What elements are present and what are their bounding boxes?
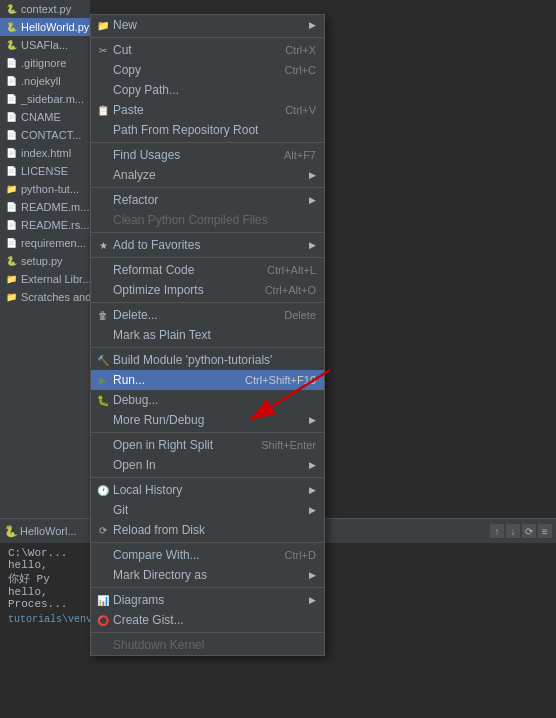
sidebar-item-python-tut[interactable]: 📁 python-tut... [0, 180, 90, 198]
menu-item-reformat[interactable]: Reformat Code Ctrl+Alt+L [91, 260, 324, 280]
diagrams-icon: 📊 [95, 592, 111, 608]
txt-file-icon: 📄 [4, 74, 18, 88]
txt-file-icon: 📄 [4, 164, 18, 178]
cut-icon: ✂ [95, 42, 111, 58]
sidebar-item-cname[interactable]: 📄 CNAME [0, 108, 90, 126]
menu-item-shutdown-kernel-label: Shutdown Kernel [113, 638, 204, 652]
menu-item-git[interactable]: Git [91, 500, 324, 520]
menu-item-delete[interactable]: 🗑 Delete... Delete [91, 305, 324, 325]
sidebar-item-license[interactable]: 📄 LICENSE [0, 162, 90, 180]
split-icon [95, 437, 111, 453]
folder-icon: 📁 [4, 290, 18, 304]
menu-item-copy-label: Copy [113, 63, 141, 77]
paste-icon: 📋 [95, 102, 111, 118]
menu-button[interactable]: ≡ [538, 524, 552, 538]
menu-item-refactor[interactable]: Refactor [91, 190, 324, 210]
run-icon: ▶ [95, 372, 111, 388]
terminal-icon: 🐍 [4, 525, 18, 538]
txt-file-icon: 📄 [4, 218, 18, 232]
menu-item-mark-plain[interactable]: Mark as Plain Text [91, 325, 324, 345]
folder-icon: 📁 [4, 182, 18, 196]
menu-separator [91, 587, 324, 588]
sidebar-item-usafla-py[interactable]: 🐍 USAFla... [0, 36, 90, 54]
sidebar-item-requirements[interactable]: 📄 requiremen... [0, 234, 90, 252]
txt-file-icon: 📄 [4, 128, 18, 142]
svg-line-1 [250, 370, 330, 420]
find-usages-shortcut: Alt+F7 [284, 149, 316, 161]
reload-icon: ⟳ [95, 522, 111, 538]
red-arrow-indicator [230, 360, 350, 440]
menu-item-find-usages[interactable]: Find Usages Alt+F7 [91, 145, 324, 165]
menu-item-open-right-split-label: Open in Right Split [113, 438, 213, 452]
sidebar-item-helloworld-py[interactable]: 🐍 HelloWorld.py [0, 18, 90, 36]
cut-shortcut: Ctrl+X [285, 44, 316, 56]
menu-item-run-label: Run... [113, 373, 145, 387]
sidebar-item-index-html[interactable]: 📄 index.html [0, 144, 90, 162]
menu-item-refactor-label: Refactor [113, 193, 158, 207]
git-icon [95, 502, 111, 518]
sidebar-item-context-py[interactable]: 🐍 context.py [0, 0, 90, 18]
menu-item-compare-with[interactable]: Compare With... Ctrl+D [91, 545, 324, 565]
sidebar-item-sidebar-md[interactable]: 📄 _sidebar.m... [0, 90, 90, 108]
menu-item-shutdown-kernel[interactable]: Shutdown Kernel [91, 635, 324, 655]
menu-separator [91, 347, 324, 348]
python-file-icon: 🐍 [4, 38, 18, 52]
menu-item-analyze[interactable]: Analyze [91, 165, 324, 185]
menu-item-clean-compiled[interactable]: Clean Python Compiled Files [91, 210, 324, 230]
context-menu: 📁 New ✂ Cut Ctrl+X Copy Ctrl+C Copy Path… [90, 14, 325, 656]
menu-item-copy-path[interactable]: Copy Path... [91, 80, 324, 100]
new-icon: 📁 [95, 17, 111, 33]
sidebar-item-contact[interactable]: 📄 CONTACT... [0, 126, 90, 144]
menu-item-copy[interactable]: Copy Ctrl+C [91, 60, 324, 80]
html-file-icon: 📄 [4, 146, 18, 160]
menu-item-open-in[interactable]: Open In [91, 455, 324, 475]
sidebar-item-setup-py[interactable]: 🐍 setup.py [0, 252, 90, 270]
sidebar-item-scratches[interactable]: 📁 Scratches and ... [0, 288, 90, 306]
txt-file-icon: 📄 [4, 92, 18, 106]
menu-item-reload-from-disk[interactable]: ⟳ Reload from Disk [91, 520, 324, 540]
menu-item-new[interactable]: 📁 New [91, 15, 324, 35]
menu-item-mark-plain-label: Mark as Plain Text [113, 328, 211, 342]
menu-separator [91, 37, 324, 38]
sidebar-item-readme-md[interactable]: 📄 README.m... [0, 198, 90, 216]
menu-item-create-gist[interactable]: ⭕ Create Gist... [91, 610, 324, 630]
sidebar-item-gitignore[interactable]: 📄 .gitignore [0, 54, 90, 72]
delete-shortcut: Delete [284, 309, 316, 321]
optimize-shortcut: Ctrl+Alt+O [265, 284, 316, 296]
menu-item-paste-label: Paste [113, 103, 144, 117]
find-icon [95, 147, 111, 163]
txt-file-icon: 📄 [4, 200, 18, 214]
menu-item-local-history[interactable]: 🕐 Local History [91, 480, 324, 500]
txt-file-icon: 📄 [4, 236, 18, 250]
menu-item-add-favorites[interactable]: ★ Add to Favorites [91, 235, 324, 255]
menu-item-clean-compiled-label: Clean Python Compiled Files [113, 213, 268, 227]
sidebar-item-external-lib[interactable]: 📁 External Libr... [0, 270, 90, 288]
menu-item-copy-path-label: Copy Path... [113, 83, 179, 97]
menu-item-new-label: New [113, 18, 137, 32]
copy-icon [95, 62, 111, 78]
scroll-down-button[interactable]: ↓ [506, 524, 520, 538]
menu-item-paste[interactable]: 📋 Paste Ctrl+V [91, 100, 324, 120]
menu-separator [91, 257, 324, 258]
scroll-up-button[interactable]: ↑ [490, 524, 504, 538]
menu-item-cut[interactable]: ✂ Cut Ctrl+X [91, 40, 324, 60]
python-file-icon: 🐍 [4, 2, 18, 16]
sidebar-item-readme-rst[interactable]: 📄 README.rs... [0, 216, 90, 234]
menu-item-add-favorites-label: Add to Favorites [113, 238, 200, 252]
optimize-icon [95, 282, 111, 298]
menu-item-open-in-label: Open In [113, 458, 156, 472]
sidebar-item-nojekyll[interactable]: 📄 .nojekyll [0, 72, 90, 90]
refresh-button[interactable]: ⟳ [522, 524, 536, 538]
menu-item-mark-directory[interactable]: Mark Directory as [91, 565, 324, 585]
menu-item-more-run-debug-label: More Run/Debug [113, 413, 204, 427]
menu-separator [91, 632, 324, 633]
build-icon: 🔨 [95, 352, 111, 368]
menu-item-debug-label: Debug... [113, 393, 158, 407]
menu-item-path-repo[interactable]: Path From Repository Root [91, 120, 324, 140]
menu-item-optimize-imports[interactable]: Optimize Imports Ctrl+Alt+O [91, 280, 324, 300]
debug-icon: 🐛 [95, 392, 111, 408]
menu-item-diagrams[interactable]: 📊 Diagrams [91, 590, 324, 610]
menu-separator [91, 187, 324, 188]
refactor-icon [95, 192, 111, 208]
menu-item-reformat-label: Reformat Code [113, 263, 194, 277]
